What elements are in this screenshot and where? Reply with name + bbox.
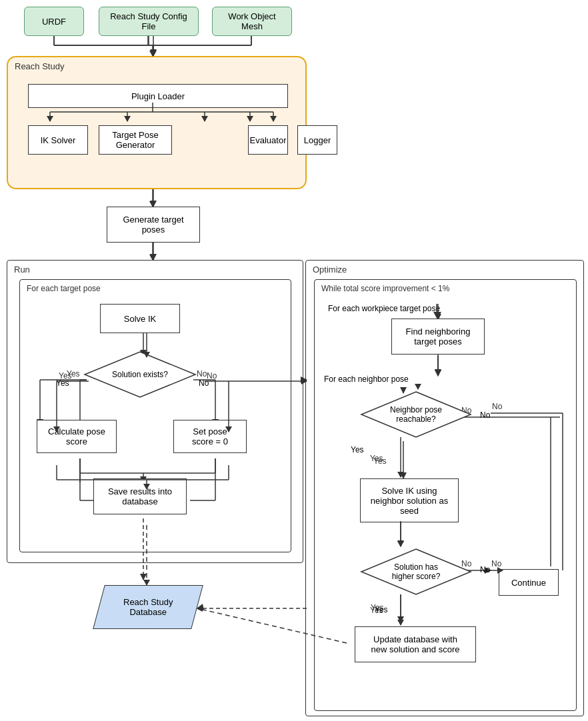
reach-study-db-box: Reach StudyDatabase	[93, 585, 203, 629]
ik-solver-label: IK Solver	[41, 135, 76, 145]
for-each-target-group: For each target pose Solve IK Solution e…	[19, 279, 291, 552]
diagram: Yes No	[0, 0, 588, 721]
target-pose-gen-box: Target Pose Generator	[99, 125, 172, 155]
urdf-input-box: URDF	[24, 7, 84, 36]
continue-label: Continue	[511, 578, 546, 588]
find-neighboring-label: Find neighboringtarget poses	[406, 327, 471, 347]
solve-ik-neighbor-box: Solve IK usingneighbor solution asseed	[360, 478, 459, 522]
reach-study-db-label: Reach StudyDatabase	[123, 597, 173, 617]
run-group: Run For each target pose Solve IK Soluti…	[7, 260, 303, 563]
generate-target-poses-label: Generate targetposes	[123, 215, 183, 235]
svg-marker-1	[150, 49, 157, 56]
neighbor-reachable-diamond: Neighbor posereachable?	[360, 390, 472, 438]
save-results-box: Save results intodatabase	[93, 478, 187, 514]
ik-solver-box: IK Solver	[28, 125, 88, 155]
solution-exists-diamond: Solution exists?	[83, 351, 197, 398]
continue-box: Continue	[499, 569, 559, 596]
config-label: Reach Study Config File	[105, 11, 193, 31]
save-results-label: Save results intodatabase	[108, 486, 172, 506]
yes-neighbor: Yes	[351, 445, 364, 454]
solution-higher-label: Solution hashigher score?	[392, 562, 441, 581]
mesh-input-box: Work Object Mesh	[212, 7, 292, 36]
for-each-target-label: For each target pose	[27, 284, 101, 293]
optimize-group: Optimize While total score improvement <…	[305, 260, 584, 716]
reach-study-group: Reach Study Plugin Loader IK Solver Targ…	[7, 56, 307, 189]
evaluator-label: Evaluator	[250, 135, 287, 145]
urdf-label: URDF	[42, 17, 66, 27]
update-db-label: Update database withnew solution and sco…	[371, 634, 460, 654]
solution-higher-diamond: Solution hashigher score?	[360, 548, 472, 596]
plugin-loader-label: Plugin Loader	[131, 91, 185, 101]
reach-study-label: Reach Study	[15, 61, 64, 71]
no-label-run: No	[199, 378, 209, 388]
find-neighboring-box: Find neighboringtarget poses	[391, 319, 485, 355]
run-label: Run	[14, 265, 30, 275]
for-each-neighbor-label: For each neighbor pose	[324, 374, 409, 384]
no-higher: No	[480, 565, 490, 574]
set-pose-score-box: Set posescore = 0	[173, 420, 247, 453]
generate-target-poses-box: Generate targetposes	[107, 207, 200, 243]
solve-ik-box: Solve IK	[100, 304, 180, 333]
solution-exists-label: Solution exists?	[112, 370, 168, 379]
yes-higher: Yes	[375, 605, 388, 614]
evaluator-box: Evaluator	[248, 125, 288, 155]
calc-pose-score-label: Calculate posescore	[48, 426, 105, 446]
mesh-label: Work Object Mesh	[218, 11, 286, 31]
logger-label: Logger	[304, 135, 331, 145]
while-group: While total score improvement < 1% For e…	[314, 279, 577, 711]
plugin-loader-box: Plugin Loader	[28, 84, 288, 108]
display-box: Logger	[297, 125, 337, 155]
yes-label-run: Yes	[56, 378, 69, 388]
while-label: While total score improvement < 1%	[321, 284, 449, 293]
svg-marker-56	[140, 574, 147, 580]
target-pose-gen-label: Target Pose Generator	[105, 130, 166, 150]
no-neighbor: No	[480, 410, 490, 420]
for-each-workpiece-label: For each workpiece target pose	[328, 304, 440, 313]
solve-ik-neighbor-label: Solve IK usingneighbor solution asseed	[371, 486, 448, 516]
set-pose-score-label: Set posescore = 0	[192, 426, 228, 446]
optimize-label: Optimize	[313, 265, 347, 275]
solve-ik-label: Solve IK	[124, 314, 156, 324]
update-db-box: Update database withnew solution and sco…	[355, 626, 476, 662]
config-input-box: Reach Study Config File	[99, 7, 199, 36]
calc-pose-score-box: Calculate posescore	[37, 420, 117, 453]
neighbor-reachable-label: Neighbor posereachable?	[390, 405, 442, 424]
